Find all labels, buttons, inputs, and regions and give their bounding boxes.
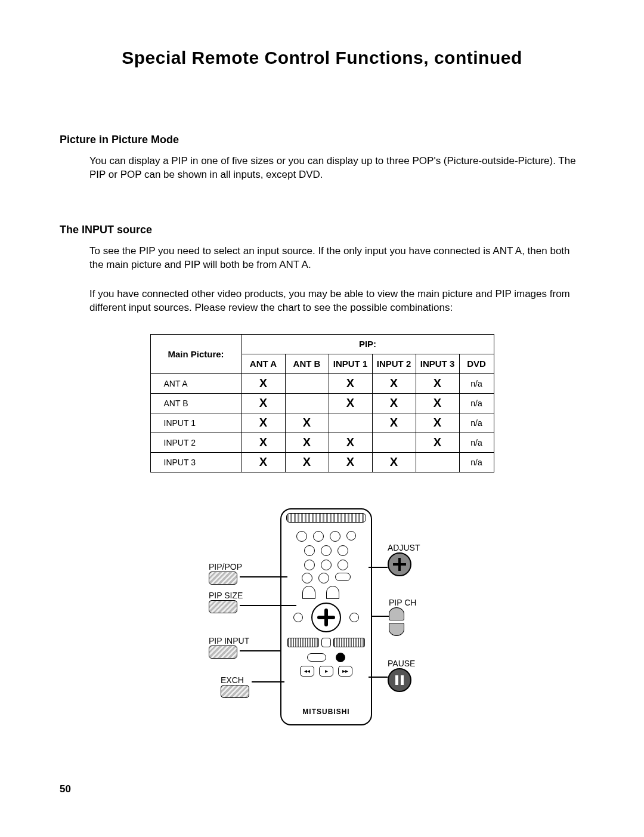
- table-header-pip: PIP:: [242, 334, 494, 354]
- cell: n/a: [459, 452, 494, 472]
- table-body: ANT A X X X X n/a ANT B X X X X n/a INPU…: [150, 373, 494, 472]
- manual-page: Special Remote Control Functions, contin…: [0, 0, 644, 837]
- table-row: INPUT 3 X X X X n/a: [150, 452, 494, 472]
- cell: X: [372, 373, 416, 393]
- table-col-input-3: INPUT 3: [416, 354, 459, 373]
- pip-ch-up-icon: [389, 607, 404, 620]
- cell: X: [285, 452, 329, 472]
- callout-pip-pop: PIP/POP: [209, 562, 242, 585]
- input-source-body-2: If you have connected other video produc…: [89, 288, 578, 315]
- cell: [285, 373, 329, 393]
- cell: X: [416, 413, 459, 433]
- page-number: 50: [60, 783, 71, 795]
- callout-exch: EXCH: [221, 675, 249, 698]
- dpad-icon: [311, 603, 341, 632]
- row-label: INPUT 2: [150, 433, 242, 452]
- cell: X: [416, 433, 459, 452]
- cell: X: [372, 393, 416, 413]
- callout-adjust: ADJUST: [388, 543, 420, 576]
- pip-mode-body: You can display a PIP in one of five siz…: [89, 155, 578, 182]
- row-label: ANT B: [150, 393, 242, 413]
- callout-pip-pop-text: PIP/POP: [209, 562, 242, 572]
- row-label: INPUT 3: [150, 452, 242, 472]
- callout-pip-ch: PIP CH: [389, 598, 416, 636]
- table-col-ant-b: ANT B: [285, 354, 329, 373]
- cell: [329, 413, 372, 433]
- pip-pop-button-icon: [209, 572, 237, 585]
- cell: X: [329, 452, 372, 472]
- page-title: Special Remote Control Functions, contin…: [60, 48, 584, 68]
- table-corner-main-picture: Main Picture:: [150, 334, 242, 373]
- callout-pip-size: PIP SIZE: [209, 591, 243, 613]
- cell: n/a: [459, 373, 494, 393]
- remote-brand-label: MITSUBISHI: [281, 708, 371, 716]
- cell: [285, 393, 329, 413]
- pause-button-icon: [388, 668, 411, 692]
- cell: X: [416, 393, 459, 413]
- table-col-input-1: INPUT 1: [329, 354, 372, 373]
- pip-size-button-icon: [209, 600, 237, 613]
- input-source-body-1: To see the PIP you need to select an inp…: [89, 245, 578, 272]
- cell: X: [242, 452, 285, 472]
- cell: X: [285, 413, 329, 433]
- cell: [372, 433, 416, 452]
- callout-pause-text: PAUSE: [388, 659, 415, 668]
- cell: n/a: [459, 393, 494, 413]
- callout-pip-size-text: PIP SIZE: [209, 591, 243, 600]
- callout-exch-text: EXCH: [221, 675, 249, 685]
- table-row: INPUT 2 X X X X n/a: [150, 433, 494, 452]
- row-label: INPUT 1: [150, 413, 242, 433]
- pip-combination-table: Main Picture: PIP: ANT A ANT B INPUT 1 I…: [150, 334, 494, 472]
- callout-pip-input: PIP INPUT: [209, 636, 249, 659]
- cell: X: [372, 452, 416, 472]
- table-row: ANT B X X X X n/a: [150, 393, 494, 413]
- cell: X: [242, 393, 285, 413]
- remote-illustration: ◂◂▸▸▸ MITSUBISHI: [280, 508, 372, 725]
- cell: X: [329, 433, 372, 452]
- table-col-input-2: INPUT 2: [372, 354, 416, 373]
- callout-pause: PAUSE: [388, 659, 415, 692]
- table-col-dvd: DVD: [459, 354, 494, 373]
- remote-diagram: ◂◂▸▸▸ MITSUBISHI PIP/POP PIP SIZE PIP IN…: [155, 508, 489, 735]
- cell: X: [242, 433, 285, 452]
- section-heading-pip-mode: Picture in Picture Mode: [60, 134, 584, 146]
- adjust-button-icon: [388, 552, 411, 576]
- callout-pip-ch-text: PIP CH: [389, 598, 416, 607]
- cell: n/a: [459, 433, 494, 452]
- cell: X: [372, 413, 416, 433]
- cell: X: [242, 373, 285, 393]
- exch-button-icon: [221, 685, 249, 698]
- cell: [416, 452, 459, 472]
- section-heading-input-source: The INPUT source: [60, 224, 584, 236]
- cell: X: [285, 433, 329, 452]
- callout-pip-input-text: PIP INPUT: [209, 636, 249, 645]
- cell: X: [329, 393, 372, 413]
- pip-input-button-icon: [209, 645, 237, 659]
- cell: X: [329, 373, 372, 393]
- table-col-ant-a: ANT A: [242, 354, 285, 373]
- table-row: INPUT 1 X X X X n/a: [150, 413, 494, 433]
- row-label: ANT A: [150, 373, 242, 393]
- cell: X: [416, 373, 459, 393]
- cell: n/a: [459, 413, 494, 433]
- table-row: ANT A X X X X n/a: [150, 373, 494, 393]
- pip-ch-down-icon: [389, 623, 404, 636]
- cell: X: [242, 413, 285, 433]
- callout-adjust-text: ADJUST: [388, 543, 420, 552]
